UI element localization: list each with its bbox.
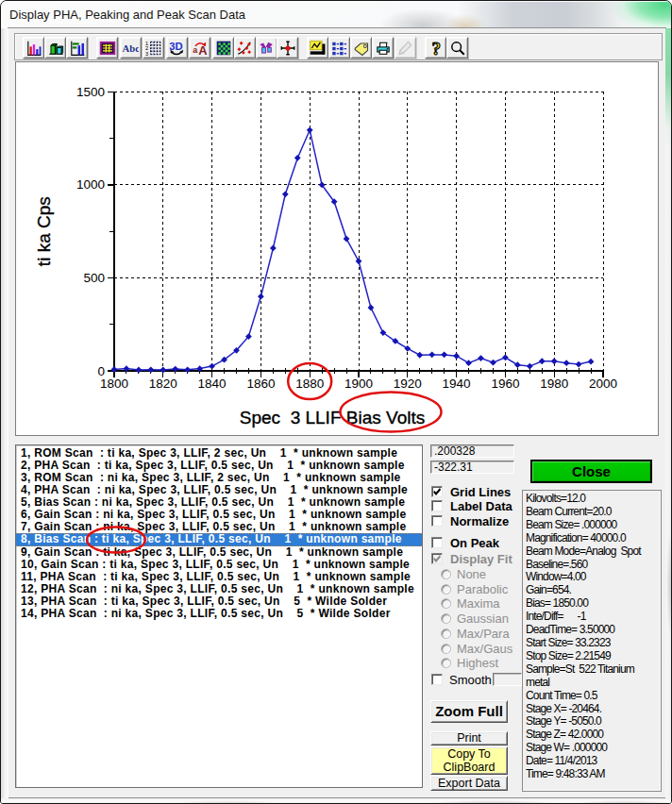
radio-label: None [457, 568, 486, 580]
toolbar-button-rotate-3d[interactable]: 3D [166, 37, 188, 59]
curve-fit-icon [236, 40, 253, 57]
svg-text:A: A [198, 42, 207, 56]
info-line: Count Time= 0.5 [523, 690, 661, 703]
svg-text:1000: 1000 [76, 177, 105, 192]
toolbar-button-label-tag[interactable] [350, 37, 372, 59]
checkbox-label: Normalize [450, 515, 509, 528]
svg-text:a: a [193, 45, 198, 55]
info-line: Kilovolts=12.0 [523, 493, 661, 506]
info-line: Inte/Diff= -1 [523, 611, 661, 624]
toolbar-button-area-select[interactable] [256, 37, 277, 59]
toolbar-button-text-abc[interactable]: Abc [120, 37, 142, 59]
svg-text:2000: 2000 [589, 377, 617, 391]
focus-dots [16, 533, 422, 534]
toolbar-button-data-table[interactable] [96, 37, 118, 59]
scan-list-item-text: 13, PHA Scan : ti ka, Spec 3, LLIF, 0.5 … [21, 595, 387, 608]
crosshair-icon [279, 40, 296, 57]
info-line: Stage X= -20464. [523, 703, 661, 716]
close-button[interactable]: Close [530, 460, 652, 483]
scan-list-item-text: 6, Gain Scan : ni ka, Spec 3, LLIF, 0.5 … [21, 508, 406, 521]
scan-list-item-text: 4, PHA Scan : ni ka, Spec 3, LLIF, 0.5 s… [21, 483, 408, 496]
zoom-icon [449, 40, 466, 57]
acquisition-info-panel: Kilovolts=12.0Beam Current=20.0Beam Size… [522, 490, 662, 792]
title-bar[interactable]: Display PHA, Peaking and Peak Scan Data [1, 1, 672, 28]
radio-label: Maxima [457, 597, 500, 610]
info-line: Stage Y= -5050.0 [523, 715, 661, 729]
scan-list-item-text: 7, Gain Scan : ni ka, Spec 3, LLIF, 0.5 … [21, 520, 406, 533]
window-title: Display PHA, Peaking and Peak Scan Data [9, 8, 245, 22]
chart-area: 1800182018401860188019001920194019601980… [15, 61, 659, 436]
checkmark-icon [432, 554, 442, 563]
bar-chart-3d-icon [47, 40, 64, 57]
info-line: Stage W= .000000 [523, 742, 661, 755]
toolbar-button-bar-chart-3d[interactable] [44, 37, 66, 59]
info-line: Sample=St 522 Titanium [523, 663, 661, 677]
export-data-button[interactable]: Export Data [430, 776, 508, 791]
toolbar-button-font-rotate[interactable]: aA [189, 37, 210, 59]
readout-field-2[interactable]: -322.31 [430, 461, 514, 474]
smooth-value-field[interactable] [493, 673, 522, 686]
info-line: DeadTime= 3.50000 [523, 624, 661, 637]
scan-list-item-text: 1, ROM Scan : ti ka, Spec 3, LLIF, 2 sec… [21, 446, 397, 460]
svg-text:ti ka Cps: ti ka Cps [34, 196, 54, 266]
svg-text:1840: 1840 [198, 377, 227, 391]
scan-list-item-text: 3, ROM Scan : ni ka, Spec 3, LLIF, 2 sec… [21, 471, 401, 484]
toolbar-button-series-legend[interactable] [328, 37, 350, 59]
info-line: Baseline=.560 [523, 559, 661, 572]
grid-scale-icon: 123 [145, 40, 162, 57]
toolbar-button-zoom[interactable] [446, 37, 468, 59]
svg-text:1860: 1860 [246, 377, 275, 391]
svg-text:Abc: Abc [123, 42, 139, 53]
scan-list-item-text: 8, Bias Scan : ti ka, Spec 3, LLIF, 0.5 … [21, 532, 402, 545]
zoom-full-button[interactable]: Zoom Full [430, 700, 508, 723]
info-line: Beam Current=20.0 [523, 506, 661, 519]
svg-text:3D: 3D [169, 40, 182, 51]
grid-lines-checkbox[interactable] [431, 486, 443, 497]
scan-list-item-text: 10, Gain Scan : ti ka, Spec 3, LLIF, 0.5… [21, 558, 410, 571]
info-line: Gain=654. [523, 584, 661, 597]
toolbar-button-fill-pattern[interactable] [212, 37, 234, 59]
window-frame-left [1, 28, 8, 798]
scan-list-item-14[interactable]: 14, PHA Scan : ni ka, Spec 3, LLIF, 0.5 … [16, 608, 422, 620]
max-gaus-radio [441, 644, 451, 654]
scan-list[interactable]: 1, ROM Scan : ti ka, Spec 3, LLIF, 2 sec… [15, 444, 423, 788]
bias-scan-chart: 1800182018401860188019001920194019601980… [16, 62, 660, 437]
scan-list-item-text: 12, PHA Scan : ni ka, Spec 3, LLIF, 0.5 … [21, 582, 414, 595]
on-peak-checkbox[interactable] [431, 537, 443, 548]
copy-clipboard-label-line: Copy To [431, 747, 507, 761]
svg-text:500: 500 [83, 271, 105, 285]
svg-text:1880: 1880 [295, 377, 324, 391]
scan-list-item-text: 14, PHA Scan : ni ka, Spec 3, LLIF, 0.5 … [21, 607, 391, 620]
readout-field-1[interactable]: .200328 [430, 444, 514, 458]
window-frame-bottom [1, 798, 672, 804]
svg-text:0: 0 [97, 364, 105, 378]
text-abc-icon: Abc [122, 40, 139, 57]
normalize-checkbox[interactable] [431, 515, 443, 527]
svg-text:1800: 1800 [100, 377, 128, 391]
parabolic-radio [441, 584, 451, 595]
toolbar-button-curve-fit[interactable] [234, 37, 256, 59]
toolbar-button-bar-chart[interactable] [23, 37, 44, 59]
toolbar-button-print-chart[interactable] [372, 37, 394, 59]
label-data-checkbox[interactable] [431, 500, 443, 511]
info-line: Date= 11/4/2013 [523, 755, 661, 768]
toolbar-button-grid-scale[interactable]: 123 [143, 37, 164, 59]
radio-label: Parabolic [457, 583, 508, 595]
fill-pattern-icon [215, 40, 232, 57]
toolbar-button-bar-chart-axes[interactable] [66, 37, 88, 59]
toolbar-button-chart-limits[interactable] [307, 37, 328, 59]
info-line: Magnification= 40000.0 [523, 532, 661, 545]
svg-text:1920: 1920 [394, 377, 422, 391]
copy-to-clipboard-button[interactable]: Copy ToClipBoard [430, 746, 508, 775]
radio-label: Highest [457, 657, 498, 669]
radio-label: Max/Para [457, 628, 510, 640]
bar-chart-axes-icon [69, 40, 86, 57]
toolbar-button-help[interactable]: ? [425, 37, 446, 59]
smooth-checkbox[interactable] [431, 674, 443, 685]
chart-limits-icon [309, 40, 326, 57]
toolbar-button-crosshair[interactable] [277, 37, 298, 59]
print-button[interactable]: Print [430, 731, 508, 745]
info-line: Beam Mode=Analog Spot [523, 545, 661, 559]
info-line: metal [523, 677, 661, 690]
checkmark-icon [432, 487, 442, 496]
